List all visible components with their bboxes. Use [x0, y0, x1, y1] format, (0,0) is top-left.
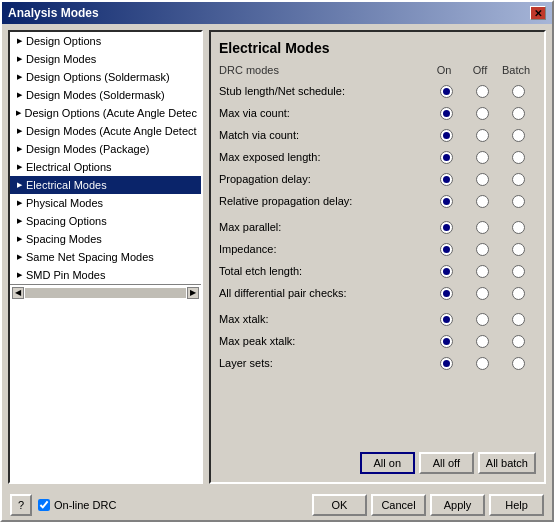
radio-batch-0[interactable]: [500, 80, 536, 102]
sidebar-item-3[interactable]: ▶Design Modes (Soldermask): [10, 86, 201, 104]
radio-batch-input-1[interactable]: [512, 107, 525, 120]
radio-off-input-4[interactable]: [476, 173, 489, 186]
radio-batch-input-12[interactable]: [512, 357, 525, 370]
radio-off-input-0[interactable]: [476, 85, 489, 98]
radio-batch-8[interactable]: [500, 260, 536, 282]
radio-batch-2[interactable]: [500, 124, 536, 146]
ok-button[interactable]: OK: [312, 494, 367, 516]
sidebar-item-12[interactable]: ▶Same Net Spacing Modes: [10, 248, 201, 266]
radio-on-12[interactable]: [428, 352, 464, 374]
radio-off-input-7[interactable]: [476, 243, 489, 256]
sidebar-item-4[interactable]: ▶Design Options (Acute Angle Detec: [10, 104, 201, 122]
radio-batch-input-9[interactable]: [512, 287, 525, 300]
radio-on-1[interactable]: [428, 102, 464, 124]
radio-on-9[interactable]: [428, 282, 464, 304]
apply-button[interactable]: Apply: [430, 494, 485, 516]
radio-off-7[interactable]: [464, 238, 500, 260]
radio-off-input-8[interactable]: [476, 265, 489, 278]
radio-off-12[interactable]: [464, 352, 500, 374]
radio-off-input-3[interactable]: [476, 151, 489, 164]
radio-off-11[interactable]: [464, 330, 500, 352]
radio-batch-input-3[interactable]: [512, 151, 525, 164]
radio-on-input-2[interactable]: [440, 129, 453, 142]
radio-on-input-8[interactable]: [440, 265, 453, 278]
radio-batch-input-8[interactable]: [512, 265, 525, 278]
cancel-button[interactable]: Cancel: [371, 494, 426, 516]
radio-on-input-0[interactable]: [440, 85, 453, 98]
radio-off-input-11[interactable]: [476, 335, 489, 348]
radio-batch-5[interactable]: [500, 190, 536, 212]
sidebar-item-2[interactable]: ▶Design Options (Soldermask): [10, 68, 201, 86]
radio-batch-12[interactable]: [500, 352, 536, 374]
radio-off-input-10[interactable]: [476, 313, 489, 326]
sidebar-item-7[interactable]: ▶Electrical Options: [10, 158, 201, 176]
radio-batch-input-2[interactable]: [512, 129, 525, 142]
radio-on-5[interactable]: [428, 190, 464, 212]
radio-on-11[interactable]: [428, 330, 464, 352]
radio-batch-6[interactable]: [500, 216, 536, 238]
radio-off-6[interactable]: [464, 216, 500, 238]
radio-off-input-9[interactable]: [476, 287, 489, 300]
sidebar-item-13[interactable]: ▶SMD Pin Modes: [10, 266, 201, 284]
radio-batch-input-6[interactable]: [512, 221, 525, 234]
radio-batch-input-5[interactable]: [512, 195, 525, 208]
radio-on-input-6[interactable]: [440, 221, 453, 234]
radio-off-5[interactable]: [464, 190, 500, 212]
radio-off-1[interactable]: [464, 102, 500, 124]
radio-off-input-6[interactable]: [476, 221, 489, 234]
help-icon-button[interactable]: ?: [10, 494, 32, 516]
radio-on-input-11[interactable]: [440, 335, 453, 348]
radio-batch-3[interactable]: [500, 146, 536, 168]
sidebar-item-11[interactable]: ▶Spacing Modes: [10, 230, 201, 248]
all-batch-button[interactable]: All batch: [478, 452, 536, 474]
radio-batch-input-10[interactable]: [512, 313, 525, 326]
radio-off-0[interactable]: [464, 80, 500, 102]
radio-batch-input-7[interactable]: [512, 243, 525, 256]
radio-batch-10[interactable]: [500, 308, 536, 330]
radio-on-8[interactable]: [428, 260, 464, 282]
radio-off-8[interactable]: [464, 260, 500, 282]
radio-on-10[interactable]: [428, 308, 464, 330]
radio-on-input-10[interactable]: [440, 313, 453, 326]
radio-on-3[interactable]: [428, 146, 464, 168]
radio-on-input-9[interactable]: [440, 287, 453, 300]
help-button[interactable]: Help: [489, 494, 544, 516]
radio-off-10[interactable]: [464, 308, 500, 330]
all-on-button[interactable]: All on: [360, 452, 415, 474]
radio-batch-input-0[interactable]: [512, 85, 525, 98]
radio-on-4[interactable]: [428, 168, 464, 190]
radio-on-6[interactable]: [428, 216, 464, 238]
sidebar-item-1[interactable]: ▶Design Modes: [10, 50, 201, 68]
radio-off-4[interactable]: [464, 168, 500, 190]
radio-off-2[interactable]: [464, 124, 500, 146]
sidebar-item-5[interactable]: ▶Design Modes (Acute Angle Detect: [10, 122, 201, 140]
radio-off-input-2[interactable]: [476, 129, 489, 142]
radio-batch-1[interactable]: [500, 102, 536, 124]
sidebar-item-0[interactable]: ▶Design Options: [10, 32, 201, 50]
radio-on-0[interactable]: [428, 80, 464, 102]
radio-on-2[interactable]: [428, 124, 464, 146]
sidebar-item-10[interactable]: ▶Spacing Options: [10, 212, 201, 230]
radio-batch-input-11[interactable]: [512, 335, 525, 348]
close-button[interactable]: ✕: [530, 6, 546, 20]
radio-off-input-1[interactable]: [476, 107, 489, 120]
radio-batch-input-4[interactable]: [512, 173, 525, 186]
radio-batch-11[interactable]: [500, 330, 536, 352]
sidebar-item-9[interactable]: ▶Physical Modes: [10, 194, 201, 212]
sidebar-item-6[interactable]: ▶Design Modes (Package): [10, 140, 201, 158]
radio-off-9[interactable]: [464, 282, 500, 304]
radio-on-input-12[interactable]: [440, 357, 453, 370]
radio-on-input-4[interactable]: [440, 173, 453, 186]
radio-batch-9[interactable]: [500, 282, 536, 304]
sidebar-item-8[interactable]: ▶Electrical Modes: [10, 176, 201, 194]
radio-on-input-5[interactable]: [440, 195, 453, 208]
radio-batch-4[interactable]: [500, 168, 536, 190]
radio-on-input-3[interactable]: [440, 151, 453, 164]
radio-off-input-12[interactable]: [476, 357, 489, 370]
radio-on-7[interactable]: [428, 238, 464, 260]
radio-off-input-5[interactable]: [476, 195, 489, 208]
radio-off-3[interactable]: [464, 146, 500, 168]
online-drc-checkbox[interactable]: [38, 499, 50, 511]
radio-batch-7[interactable]: [500, 238, 536, 260]
radio-on-input-7[interactable]: [440, 243, 453, 256]
